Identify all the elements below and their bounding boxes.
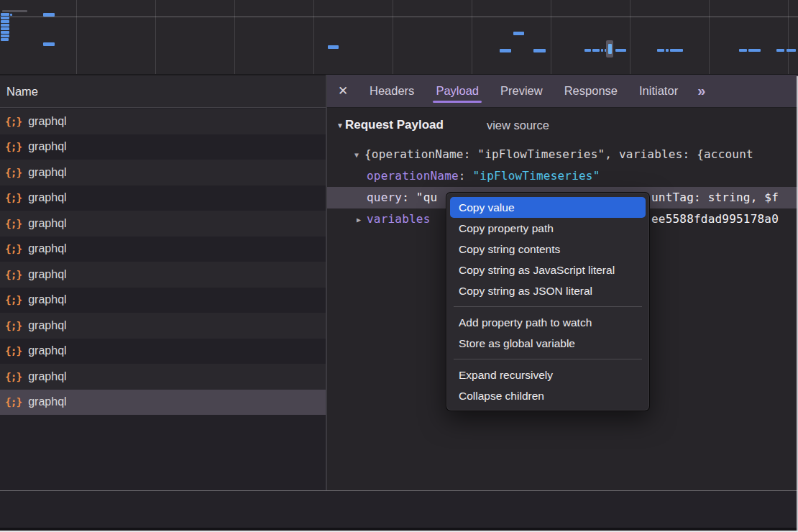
collapse-icon[interactable]: ▼ [349,145,364,166]
request-name: graphql [28,319,66,332]
menu-item-copy-property-path[interactable]: Copy property path [450,218,646,239]
waterfall-bar [1,24,9,27]
property-key: operationName [367,169,459,183]
request-row[interactable]: {;}graphql [0,185,326,211]
section-collapse-icon[interactable]: ▼ [336,121,344,129]
overview-gridline [155,0,156,74]
tab-initiator[interactable]: Initiator [639,75,678,107]
waterfall-bar [1,20,9,23]
json-request-icon: {;} [5,345,22,357]
request-row[interactable]: {;}graphql [0,390,326,416]
request-row[interactable]: {;}graphql [0,211,326,237]
menu-separator [454,306,642,307]
name-column-label: Name [6,85,38,98]
menu-item-copy-string-contents[interactable]: Copy string contents [450,239,646,260]
menu-item-add-property-path-to-watch[interactable]: Add property path to watch [450,312,646,333]
request-list: {;}graphql{;}graphql{;}graphql{;}graphql… [0,109,326,490]
json-request-icon: {;} [5,192,22,203]
overview-divider-line [0,17,798,17]
request-row[interactable]: {;}graphql [0,160,326,185]
context-menu: Copy valueCopy property pathCopy string … [446,192,650,411]
waterfall-bar [1,35,9,37]
request-row[interactable]: {;}graphql [0,109,326,134]
tab-response[interactable]: Response [564,75,618,107]
request-name: graphql [28,395,66,408]
menu-item-copy-string-as-json-literal[interactable]: Copy string as JSON literal [450,280,646,301]
status-footer [0,491,798,528]
request-row[interactable]: {;}graphql [0,262,326,288]
colon: : [402,191,416,204]
waterfall-bar [776,49,784,52]
request-name: graphql [28,344,66,357]
request-row[interactable]: {;}graphql [0,339,326,364]
request-row[interactable]: {;}graphql [0,134,326,160]
waterfall-bar [2,10,27,12]
json-request-icon: {;} [5,218,22,229]
request-row[interactable]: {;}graphql [0,313,326,339]
tree-root-row[interactable]: ▼{operationName: "ipFlowTimeseries", var… [327,144,798,165]
request-name: graphql [28,293,66,306]
network-overview[interactable] [0,0,798,75]
overview-gridline [313,0,314,74]
property-preview-right: ee5588fdad995178a0 [651,208,779,230]
overview-gridline [551,0,551,74]
waterfall-bar [1,13,9,16]
menu-item-copy-string-as-javascript-literal[interactable]: Copy string as JavaScript literal [450,260,646,280]
overview-gridline [234,0,235,74]
waterfall-bar [657,49,664,52]
waterfall-bar [670,49,683,52]
json-request-icon: {;} [5,371,22,382]
devtools-network-panel: Name {;}graphql{;}graphql{;}graphql{;}gr… [0,0,798,532]
waterfall-bar [1,27,9,30]
request-row[interactable]: {;}graphql [0,288,326,313]
overview-gridline [393,0,393,74]
menu-item-store-as-global-variable[interactable]: Store as global variable [450,333,646,354]
request-name: graphql [28,191,66,204]
request-row[interactable]: {;}graphql [0,364,326,390]
waterfall-bar [513,32,524,35]
property-key: variables [367,212,431,226]
view-source-link[interactable]: view source [487,119,549,132]
name-column-header[interactable]: Name [0,75,326,108]
section-title: Request Payload [345,118,444,132]
property-value: "ipFlowTimeseries" [473,169,600,183]
overview-gridline [709,0,710,74]
more-tabs-icon[interactable]: » [697,83,704,99]
expand-icon[interactable]: ▶ [351,209,367,231]
menu-item-collapse-children[interactable]: Collapse children [450,385,646,406]
object-preview-text: {operationName: "ipFlowTimeseries", vari… [364,147,753,161]
overview-gridline [630,0,630,74]
overview-gridline [472,0,472,74]
request-name: graphql [28,166,66,179]
request-name: graphql [28,217,66,230]
waterfall-bar [1,38,9,41]
json-request-icon: {;} [5,141,22,152]
close-icon[interactable]: ✕ [327,83,359,98]
waterfall-bar [533,49,546,52]
waterfall-bar [10,14,12,16]
tab-headers[interactable]: Headers [370,75,414,107]
overview-gridline [788,0,789,74]
tree-row-operation-name[interactable]: operationName: "ipFlowTimeseries" [327,165,798,187]
request-name: graphql [28,370,66,383]
waterfall-bar [786,49,796,52]
menu-item-copy-value[interactable]: Copy value [450,197,646,218]
waterfall-bar [43,13,55,17]
waterfall-bar [592,49,600,52]
waterfall-bar [666,49,669,52]
payload-section-header: ▼ Request Payload view source [327,114,798,137]
tab-payload[interactable]: Payload [436,75,479,107]
json-request-icon: {;} [5,269,22,280]
menu-separator [454,359,642,359]
details-tabbar: ✕ HeadersPayloadPreviewResponseInitiator… [327,75,798,108]
tab-preview[interactable]: Preview [500,75,543,107]
json-request-icon: {;} [5,116,22,127]
property-key: query [367,191,402,204]
menu-item-expand-recursively[interactable]: Expand recursively [450,364,646,385]
json-request-icon: {;} [5,396,22,408]
waterfall-bar [601,49,603,52]
json-request-icon: {;} [5,167,22,178]
waterfall-bar [43,42,55,46]
request-row[interactable]: {;}graphql [0,237,326,262]
tabs-wrap: HeadersPayloadPreviewResponseInitiator [359,75,689,107]
